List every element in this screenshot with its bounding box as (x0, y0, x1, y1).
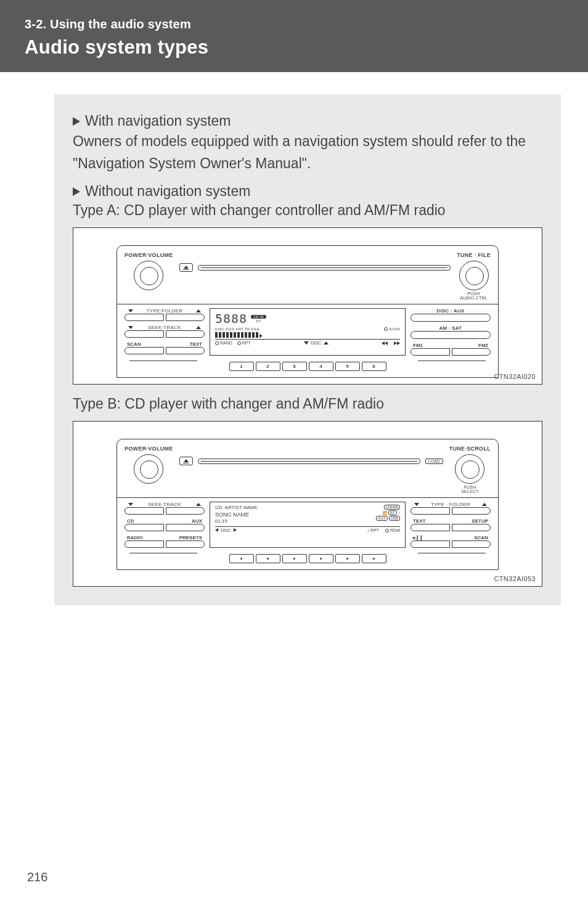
content-panel: With navigation system Owners of models … (54, 94, 561, 605)
cd-button[interactable] (125, 524, 164, 531)
tune-file-label: TUNE · FILE (457, 252, 491, 258)
st-indicator: ST (256, 319, 261, 323)
aux-button[interactable] (166, 524, 205, 531)
text-button[interactable] (410, 524, 450, 531)
type-b-caption: Type B: CD player with changer and AM/FM… (73, 396, 542, 412)
figure-id-b: CTN32AI053 (494, 575, 536, 582)
rand-indicator: RAND (220, 341, 232, 345)
setup-button[interactable] (452, 524, 491, 531)
section-number: 3-2. Using the audio system (25, 17, 563, 31)
play-pause-label: ▸·❙❙ (413, 535, 423, 540)
artist-name-line: CD: ARTIST NAME (215, 505, 258, 511)
chevron-up-icon (482, 503, 487, 506)
disc-file-indicators: DISC FILD ART TR FILE (215, 327, 259, 331)
tune-scroll-knob-group: TUNE·SCROLL PUSH SELECT (449, 446, 491, 494)
tune-scroll-label: TUNE·SCROLL (449, 446, 491, 452)
usb-indicator: USB (389, 516, 400, 521)
type-folder-rocker[interactable] (125, 314, 205, 321)
preset-5[interactable] (335, 554, 360, 563)
power-volume-knob-group: POWER·VOLUME (125, 446, 173, 484)
preset-1[interactable]: 1 (229, 362, 254, 371)
figure-type-b: POWER·VOLUME LOAD (73, 421, 542, 587)
play-icon (259, 334, 263, 338)
type-folder-rocker[interactable] (410, 507, 491, 515)
chevron-down-icon (128, 309, 133, 312)
scan-indicator: SCAN (389, 327, 400, 331)
bullet-text: With navigation system (85, 113, 231, 129)
fm2-button[interactable] (452, 348, 491, 356)
am-sat-button[interactable] (410, 331, 491, 339)
seek-track-rocker[interactable] (125, 330, 205, 338)
preset-row-b (117, 553, 498, 569)
track-number-indicator: 128488 (384, 505, 400, 510)
eject-button[interactable] (179, 457, 193, 465)
scan-button[interactable] (452, 540, 491, 548)
preset-6[interactable] (362, 554, 386, 563)
rpt-indicator: RPT (370, 528, 379, 532)
figure-id-a: CTN32AI020 (494, 373, 536, 380)
preset-2[interactable]: 2 (256, 362, 280, 371)
seek-track-label: SEEK·TRACK (148, 325, 181, 330)
eject-icon (184, 459, 189, 462)
preset-4[interactable]: 4 (309, 362, 333, 371)
radio-label: RADIO (127, 535, 143, 540)
music-note-icon: ♪ (367, 528, 370, 532)
tune-scroll-knob[interactable] (455, 454, 484, 484)
fm1-label: FM1 (413, 343, 423, 348)
tune-file-knob[interactable] (459, 261, 489, 290)
text-button[interactable] (166, 347, 205, 354)
preset-5[interactable]: 5 (335, 362, 360, 371)
chevron-up-icon (324, 341, 329, 344)
aux-label: AUX (192, 518, 202, 524)
fm2-label: FM2 (478, 343, 488, 348)
text-label: TEXT (413, 518, 425, 524)
preset-1[interactable] (229, 554, 254, 563)
chevron-down-icon (304, 341, 309, 344)
chevron-down-icon (128, 503, 133, 506)
eject-icon (184, 266, 189, 269)
preset-4[interactable] (309, 554, 333, 563)
audio-ctrl-label: PUSH AUDIO CTRL (460, 291, 487, 300)
presets-label: PRESETS (179, 535, 202, 540)
chevron-down-icon (414, 503, 419, 506)
disc-bars (215, 332, 400, 338)
preset-3[interactable]: 3 (282, 362, 307, 371)
scan-label: SCAN (474, 535, 488, 540)
chevron-down-icon (128, 326, 133, 329)
cd-slot[interactable] (198, 459, 420, 464)
tune-file-knob-group: TUNE · FILE PUSH AUDIO CTRL (457, 252, 491, 300)
presets-button[interactable] (166, 540, 205, 548)
chevron-up-icon (196, 309, 201, 312)
time-line: 01:15 (215, 518, 258, 524)
disc-nav-label: DISC (221, 528, 231, 532)
preset-3[interactable] (282, 554, 307, 563)
radio-unit-a: POWER·VOLUME TUNE · (116, 245, 499, 378)
eject-button[interactable] (179, 263, 193, 272)
seek-track-rocker[interactable] (125, 507, 205, 515)
header-band: 3-2. Using the audio system Audio system… (0, 0, 588, 72)
seek-track-label: SEEK·TRACK (148, 502, 181, 507)
cd-in-indicator: CD IN (251, 315, 266, 319)
disc-nav-label: DISC (311, 341, 322, 345)
scan-button[interactable] (125, 347, 164, 354)
power-volume-label: POWER·VOLUME (125, 252, 173, 258)
text-label: TEXT (190, 341, 202, 347)
play-pause-button[interactable] (410, 540, 450, 548)
radio-unit-b: POWER·VOLUME LOAD (116, 439, 499, 570)
power-volume-knob[interactable] (134, 261, 163, 290)
fm1-button[interactable] (410, 348, 450, 356)
signal-icon: 📶 (383, 511, 387, 515)
power-volume-knob[interactable] (134, 454, 163, 484)
segment-display: 5888 (215, 311, 247, 326)
disc-aux-button[interactable] (410, 314, 491, 322)
cd-slot[interactable] (198, 265, 451, 271)
preset-2[interactable] (256, 554, 280, 563)
power-volume-knob-group: POWER·VOLUME (125, 252, 173, 290)
preset-6[interactable]: 6 (362, 362, 386, 371)
type-a-caption: Type A: CD player with changer controlle… (73, 202, 542, 219)
triangle-bullet-icon (73, 117, 80, 126)
select-label: PUSH SELECT (461, 485, 478, 494)
radio-button[interactable] (125, 540, 164, 548)
rewind-icon (382, 341, 388, 345)
load-button[interactable]: LOAD (425, 459, 443, 464)
